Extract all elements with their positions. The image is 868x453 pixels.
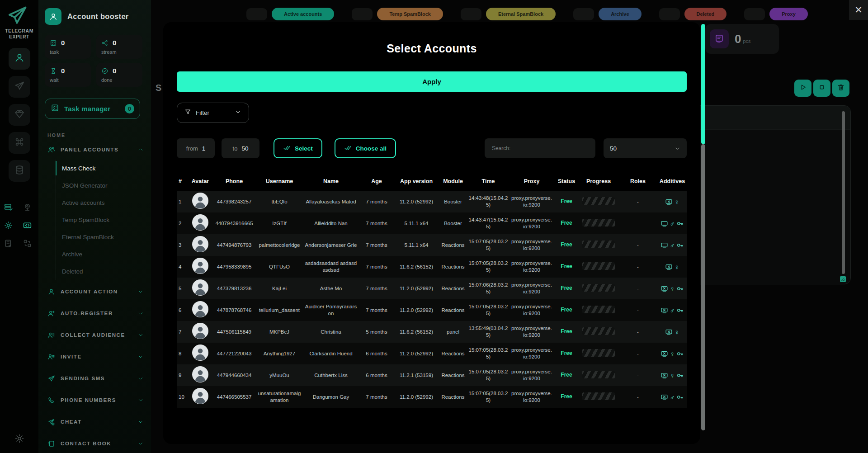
- cell-app-version: 11.2.0 (52992): [394, 284, 439, 293]
- cell-additives: ♀: [658, 284, 687, 293]
- column-header-app-version: App version: [394, 178, 439, 184]
- table-row[interactable]: 1 447398243257 tbEQlo Allayaloasckas Mat…: [177, 191, 687, 212]
- task-manager-button[interactable]: Task manager 0: [45, 99, 140, 119]
- rail-button-diamond[interactable]: [9, 104, 30, 126]
- tab-eternal-spamblock[interactable]: Eternal SpamBlock: [486, 8, 556, 20]
- rail-tool-icons: [3, 202, 36, 249]
- cell-age: 6 months: [359, 371, 394, 380]
- sidebar-subitem-eternal-spamblock[interactable]: Eternal SpamBlock: [56, 228, 151, 245]
- avatar: [192, 258, 208, 274]
- sidebar-item-account-action[interactable]: ACCOUNT ACTION: [38, 282, 151, 302]
- rail-button-plane[interactable]: [9, 76, 30, 98]
- cell-username: yMuuOu: [256, 371, 302, 380]
- sidebar-subitem-active-accounts[interactable]: Active accounts: [56, 194, 151, 211]
- tab-count-chip: [246, 8, 267, 20]
- rail-button-database[interactable]: [9, 160, 30, 182]
- server-check-icon[interactable]: [3, 202, 14, 212]
- rail-button-command[interactable]: [9, 132, 30, 154]
- sidebar-subitem-temp-spamblock[interactable]: Temp SpamBlock: [56, 211, 151, 228]
- table-row[interactable]: 2 4407943916665 IzGTIf Alllelddlto Nan 7…: [177, 212, 687, 234]
- sidebar-item-phone-numbers[interactable]: PHONE NUMBERS: [38, 390, 151, 410]
- avatar: [192, 214, 208, 231]
- tab-deleted[interactable]: Deleted: [684, 8, 727, 20]
- stat-label: stream: [101, 49, 137, 55]
- code-card-icon[interactable]: [22, 220, 33, 231]
- diamond-icon: [14, 109, 25, 121]
- delete-button[interactable]: [832, 80, 849, 97]
- tab-count-chip: [352, 8, 373, 20]
- tab-archive[interactable]: Archive: [599, 8, 641, 20]
- key-icon: [676, 393, 684, 401]
- rail-button-person[interactable]: [9, 48, 30, 70]
- cell-age: 7 months: [359, 241, 394, 250]
- command-icon: [14, 137, 25, 149]
- sidebar-item-auto-register[interactable]: AUTO-REGISTER: [38, 303, 151, 323]
- table-row[interactable]: 7 447506115849 MKPBcJ Christina 5 months…: [177, 321, 687, 343]
- swap-icon[interactable]: [22, 238, 33, 249]
- double-check-icon: [344, 144, 352, 153]
- gear-icon[interactable]: [3, 220, 14, 231]
- search-input[interactable]: [491, 145, 589, 152]
- cell-module: Reactions: [439, 284, 467, 293]
- select-button[interactable]: Select: [274, 138, 322, 158]
- table-row[interactable]: 10 447466505537 unsaturationamalgamation…: [177, 386, 687, 408]
- table-row[interactable]: 9 447944660434 yMuuOu Cuthbertx Liss 6 m…: [177, 364, 687, 386]
- panel-resize-handle[interactable]: [840, 276, 846, 282]
- to-value: 50: [241, 145, 248, 152]
- cell-progress: [579, 196, 618, 208]
- table-row[interactable]: 5 447379813236 KajLei Asthe Mo 7 months …: [177, 278, 687, 299]
- sidebar-item-invite[interactable]: INVITE: [38, 347, 151, 367]
- chevron-down-icon: [137, 440, 144, 447]
- to-input[interactable]: to 50: [222, 138, 259, 158]
- cell-progress: [579, 392, 618, 403]
- stop-button[interactable]: [813, 80, 830, 97]
- tab-proxy[interactable]: Proxy: [769, 8, 808, 20]
- sidebar-item-contact-book[interactable]: CONTACT BOOK: [38, 434, 151, 453]
- sidebar-item-cheat[interactable]: CHEAT: [38, 412, 151, 432]
- female-icon: ♀: [670, 372, 675, 379]
- sidebar-subitem-archive[interactable]: Archive: [56, 245, 151, 263]
- cell-username: Anything1927: [256, 349, 302, 358]
- choose-all-button[interactable]: Choose all: [335, 138, 396, 158]
- table-row[interactable]: 4 447958339895 QTFUsO asdadsasdasd asdas…: [177, 256, 687, 278]
- settings-gear-icon[interactable]: [14, 433, 25, 446]
- progress-bar: [582, 371, 615, 378]
- from-input[interactable]: from 1: [177, 138, 215, 158]
- apply-button[interactable]: Apply: [177, 71, 687, 92]
- chevron-down-icon: [137, 397, 144, 403]
- page-size-select[interactable]: 50: [604, 138, 687, 158]
- column-header-name: Name: [302, 178, 359, 184]
- sidebar-item-collect-audience[interactable]: COLLECT AUDIENCE: [38, 325, 151, 345]
- cell-additives: ♀: [658, 262, 687, 272]
- cell-time: 14:43:47(15.04.25): [467, 216, 509, 231]
- cell-proxy: proxy.proxyverse.io:9200: [509, 324, 554, 340]
- search-field[interactable]: [485, 138, 595, 158]
- tab-active-accounts[interactable]: Active accounts: [272, 8, 334, 20]
- tv-x-icon: [665, 198, 673, 206]
- stat-label: done: [101, 77, 137, 83]
- cell-num: 3: [177, 241, 189, 250]
- filter-dropdown[interactable]: Filter: [177, 103, 249, 123]
- webcam-icon[interactable]: [22, 202, 33, 212]
- sidebar-subitem-mass-check[interactable]: Mass Check: [56, 160, 151, 177]
- modal-scrollbar-thumb[interactable]: [701, 24, 705, 144]
- cell-progress: [579, 370, 618, 381]
- sidebar-subitem-json-generator[interactable]: JSON Generator: [56, 177, 151, 194]
- doc-check-icon[interactable]: [3, 238, 14, 249]
- close-window-icon[interactable]: ✕: [849, 0, 868, 20]
- table-row[interactable]: 3 447494876793 palmettocoleridge Anderso…: [177, 234, 687, 256]
- page-size-value: 50: [610, 145, 617, 152]
- panel-scrollbar[interactable]: [842, 111, 845, 274]
- table-row[interactable]: 6 447878768746 tellurium_dassent Auidrce…: [177, 299, 687, 321]
- sidebar-item-panel-accounts[interactable]: PANEL ACCOUNTS: [38, 140, 151, 160]
- play-button[interactable]: [794, 80, 811, 97]
- plane-plus-icon: [47, 418, 55, 426]
- table-row[interactable]: 8 447721220043 Anything1927 Clarksardin …: [177, 343, 687, 364]
- chevron-up-icon: [137, 146, 144, 153]
- cell-age: 6 months: [359, 349, 394, 358]
- sidebar-item-sending-sms[interactable]: SENDING SMS: [38, 368, 151, 388]
- tab-temp-spamblock[interactable]: Temp SpamBlock: [377, 8, 443, 20]
- stat-value: 0: [61, 67, 65, 75]
- sidebar-subitem-deleted[interactable]: Deleted: [56, 263, 151, 280]
- cell-time: 15:07:06(28.03.25): [467, 281, 509, 296]
